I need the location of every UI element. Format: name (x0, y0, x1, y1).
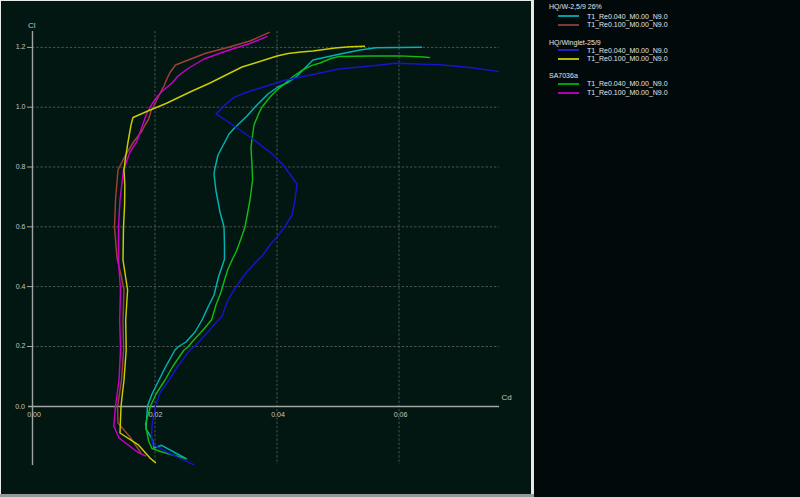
svg-text:0.02: 0.02 (149, 411, 163, 418)
svg-text:0.00: 0.00 (27, 411, 41, 418)
svg-text:1.0: 1.0 (16, 103, 26, 110)
svg-text:0.2: 0.2 (16, 342, 26, 349)
svg-text:0.04: 0.04 (271, 411, 285, 418)
svg-text:0.6: 0.6 (16, 223, 26, 230)
svg-text:0.4: 0.4 (16, 283, 26, 290)
svg-text:Cd: Cd (502, 393, 512, 402)
svg-text:Cl: Cl (28, 21, 36, 30)
svg-text:0.06: 0.06 (394, 411, 408, 418)
svg-text:0.8: 0.8 (16, 163, 26, 170)
svg-text:0.0: 0.0 (15, 403, 25, 410)
svg-text:1.2: 1.2 (16, 43, 26, 50)
